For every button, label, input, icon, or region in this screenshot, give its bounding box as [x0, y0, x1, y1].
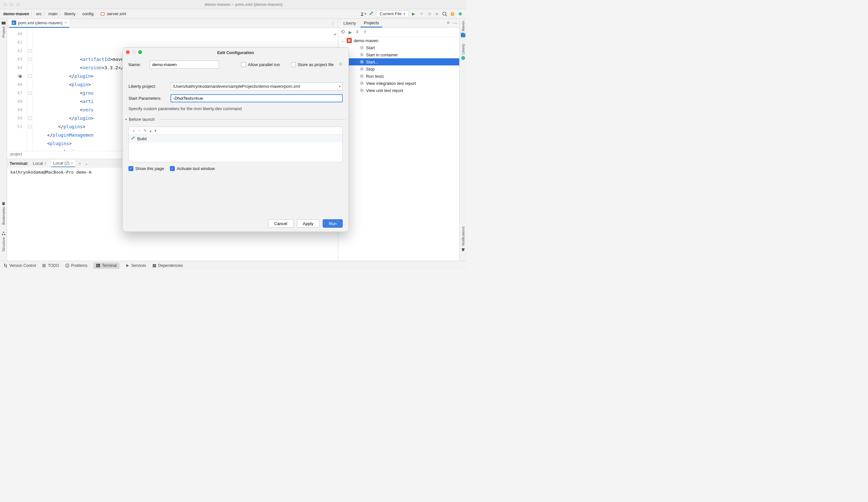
fold-toggle-icon[interactable] [28, 125, 31, 128]
terminal-dropdown-icon[interactable]: ⌄ [84, 161, 88, 166]
svg-point-104 [340, 63, 341, 65]
before-launch-item[interactable]: Build [129, 135, 342, 142]
move-down-icon[interactable]: ▾ [154, 128, 157, 133]
tree-item[interactable]: View integration test report [338, 80, 459, 87]
stop-icon[interactable]: ■ [434, 11, 440, 17]
gear-icon[interactable] [446, 20, 451, 26]
close-tab-icon[interactable]: × [64, 20, 67, 25]
close-icon[interactable]: × [44, 161, 47, 166]
run-config-selector[interactable]: Current File ▾ [376, 10, 409, 17]
sb-dependencies[interactable]: Dependencies [152, 263, 183, 268]
before-launch-list: ＋ − ✎ ▴ ▾ Build [128, 127, 343, 162]
svg-point-5 [443, 12, 446, 15]
cancel-button[interactable]: Cancel [268, 219, 293, 228]
code-with-me-icon[interactable] [457, 11, 463, 17]
gear-icon[interactable] [338, 62, 343, 67]
breadcrumb-part[interactable]: main [49, 11, 58, 16]
tree-item[interactable]: Start... [338, 58, 459, 66]
add-icon[interactable]: ＋ [131, 128, 136, 134]
rail-liberty[interactable]: Liberty [461, 44, 465, 60]
debug-icon[interactable]: ✶ [418, 11, 424, 17]
edit-icon[interactable]: ✎ [143, 128, 147, 133]
tree-item[interactable]: Run tests [338, 72, 459, 80]
breadcrumb-part[interactable]: liberty [64, 11, 76, 16]
dialog-title-bar[interactable]: Edit Configuration [123, 48, 349, 57]
run-button[interactable]: Run [323, 219, 343, 228]
activate-tool-window-checkbox[interactable]: ✓ Activate tool window [170, 166, 215, 171]
zoom-icon[interactable] [138, 50, 142, 54]
move-up-icon[interactable]: ▴ [149, 128, 152, 133]
start-params-label: Start Parameters: [128, 96, 167, 101]
before-launch-header[interactable]: ▾ Before launch [123, 115, 349, 123]
add-user-icon[interactable]: +▾ [361, 11, 366, 17]
name-input[interactable] [149, 61, 219, 69]
gutter-run-marker-icon[interactable] [18, 73, 23, 78]
show-this-page-checkbox[interactable]: ✓ Show this page [128, 166, 164, 171]
liberty-projects-tree[interactable]: ⌄Mdemo-mavenStartStart in containerStart… [338, 37, 459, 261]
collapse-icon[interactable] [355, 29, 360, 35]
apply-button[interactable]: Apply [297, 219, 320, 228]
profile-icon[interactable]: ◔ [426, 11, 432, 17]
fold-toggle-icon[interactable] [28, 91, 31, 94]
breadcrumb-file[interactable]: server.xml [107, 11, 126, 16]
rail-project[interactable]: Project [1, 21, 6, 38]
rail-notifications[interactable]: Notifications [461, 227, 465, 252]
rail-structure[interactable]: Structure [1, 231, 6, 252]
right-tool-window: Liberty Projects — ▶ ⌄Mdemo-mavenStartSt… [338, 19, 459, 261]
close-icon[interactable] [126, 50, 130, 54]
breadcrumb-root[interactable]: demo-maven [3, 11, 29, 16]
window-title: demo-maven – pom.xml (demo-maven) [24, 2, 463, 7]
sync-icon[interactable] [450, 11, 455, 17]
rail-bookmarks[interactable]: Bookmarks [1, 201, 6, 225]
maximize-window-icon[interactable] [16, 3, 20, 7]
hide-panel-icon[interactable]: — [453, 20, 457, 26]
editor-tab-label: pom.xml (demo-maven) [18, 20, 62, 25]
search-icon[interactable] [442, 11, 447, 17]
liberty-project-combo[interactable]: /Users/kathrynkodama/devex/sampleProject… [170, 82, 343, 90]
remove-icon[interactable]: − [138, 128, 141, 133]
svg-rect-103 [153, 266, 156, 267]
svg-line-40 [363, 56, 363, 56]
tree-item[interactable]: View unit test report [338, 87, 459, 94]
fold-toggle-icon[interactable] [28, 117, 31, 120]
fold-toggle-icon[interactable] [28, 74, 31, 78]
build-hammer-icon[interactable] [368, 11, 374, 17]
fold-toggle-icon[interactable] [28, 58, 31, 61]
close-window-icon[interactable] [3, 3, 7, 7]
breadcrumb-part[interactable]: config [82, 11, 94, 16]
titlebar: demo-maven – pom.xml (demo-maven) [0, 0, 466, 9]
sb-todo[interactable]: TODO [42, 263, 59, 268]
store-as-project-checkbox[interactable]: Store as project file [291, 62, 334, 67]
editor-tab-pom[interactable]: m pom.xml (demo-maven) × [9, 19, 69, 28]
sb-problems[interactable]: Problems [65, 263, 88, 268]
tab-liberty[interactable]: Liberty [340, 19, 359, 27]
tree-item[interactable]: Stop [338, 66, 459, 72]
sb-services[interactable]: Services [125, 263, 146, 268]
start-params-input[interactable] [170, 94, 343, 102]
sb-terminal[interactable]: Terminal [93, 262, 119, 269]
svg-line-68 [361, 77, 361, 78]
fold-toggle-icon[interactable] [28, 49, 31, 52]
allow-parallel-checkbox[interactable]: Allow parallel run [241, 62, 280, 67]
minimize-window-icon[interactable] [10, 3, 13, 7]
run-icon[interactable]: ▶ [411, 11, 416, 17]
gear-icon [360, 60, 364, 64]
minimize-icon[interactable] [132, 50, 136, 54]
tab-projects[interactable]: Projects [361, 19, 382, 28]
run-icon[interactable]: ▶ [349, 30, 352, 35]
add-terminal-icon[interactable]: ＋ [78, 161, 82, 167]
expand-icon[interactable] [363, 29, 367, 35]
breadcrumb-part[interactable]: src [36, 11, 41, 16]
close-icon[interactable]: × [71, 161, 73, 165]
sb-version-control[interactable]: Version Control [3, 263, 36, 268]
refresh-icon[interactable] [341, 29, 345, 35]
tree-item[interactable]: Start [338, 44, 459, 51]
tab-overflow-icon[interactable]: ⋮ [330, 21, 336, 26]
start-params-helper: Specify custom parameters for the mvn li… [128, 106, 343, 111]
rail-maven[interactable]: m Maven [461, 21, 465, 37]
terminal-tab-local[interactable]: Local × [31, 160, 49, 167]
tree-item[interactable]: Start in container [338, 51, 459, 58]
terminal-tab-local-2[interactable]: Local (2) × [51, 160, 75, 167]
tree-root[interactable]: ⌄Mdemo-maven [338, 37, 459, 44]
svg-line-59 [361, 70, 361, 70]
